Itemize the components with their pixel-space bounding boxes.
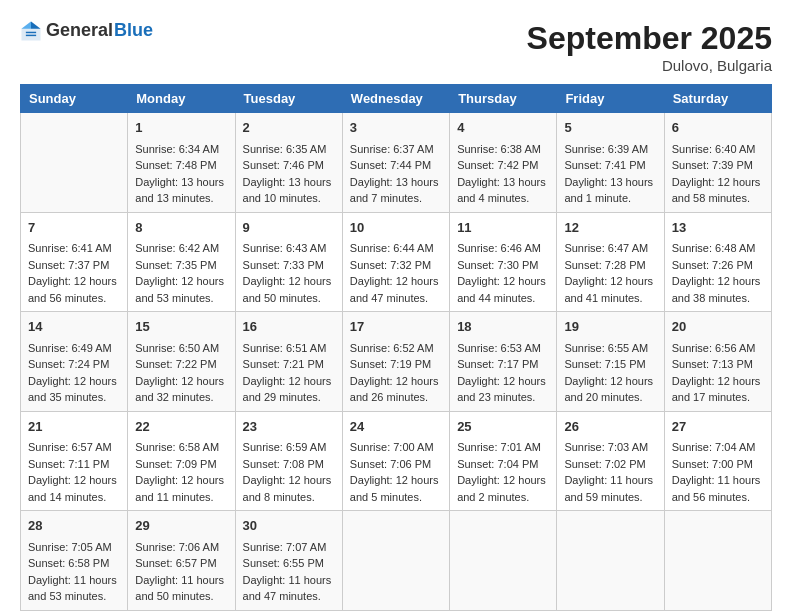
sunset-text: Sunset: 7:32 PM xyxy=(350,257,442,274)
cell-content: 11Sunrise: 6:46 AMSunset: 7:30 PMDayligh… xyxy=(457,218,549,307)
sunset-text: Sunset: 7:22 PM xyxy=(135,356,227,373)
daylight-text: Daylight: 12 hours and 35 minutes. xyxy=(28,373,120,406)
calendar-table: SundayMondayTuesdayWednesdayThursdayFrid… xyxy=(20,84,772,611)
location: Dulovo, Bulgaria xyxy=(527,57,772,74)
day-cell: 29Sunrise: 7:06 AMSunset: 6:57 PMDayligh… xyxy=(128,511,235,611)
daylight-text: Daylight: 12 hours and 56 minutes. xyxy=(28,273,120,306)
sunset-text: Sunset: 7:33 PM xyxy=(243,257,335,274)
day-cell xyxy=(450,511,557,611)
sunrise-text: Sunrise: 6:47 AM xyxy=(564,240,656,257)
svg-marker-1 xyxy=(31,21,41,28)
day-number: 19 xyxy=(564,317,656,337)
cell-content: 25Sunrise: 7:01 AMSunset: 7:04 PMDayligh… xyxy=(457,417,549,506)
daylight-text: Daylight: 12 hours and 44 minutes. xyxy=(457,273,549,306)
cell-content: 9Sunrise: 6:43 AMSunset: 7:33 PMDaylight… xyxy=(243,218,335,307)
svg-marker-2 xyxy=(21,21,31,28)
day-number: 15 xyxy=(135,317,227,337)
header-tuesday: Tuesday xyxy=(235,85,342,113)
day-cell: 16Sunrise: 6:51 AMSunset: 7:21 PMDayligh… xyxy=(235,312,342,412)
week-row-0: 1Sunrise: 6:34 AMSunset: 7:48 PMDaylight… xyxy=(21,113,772,213)
day-number: 17 xyxy=(350,317,442,337)
cell-content: 22Sunrise: 6:58 AMSunset: 7:09 PMDayligh… xyxy=(135,417,227,506)
cell-content: 3Sunrise: 6:37 AMSunset: 7:44 PMDaylight… xyxy=(350,118,442,207)
daylight-text: Daylight: 11 hours and 53 minutes. xyxy=(28,572,120,605)
day-cell: 11Sunrise: 6:46 AMSunset: 7:30 PMDayligh… xyxy=(450,212,557,312)
daylight-text: Daylight: 12 hours and 38 minutes. xyxy=(672,273,764,306)
sunrise-text: Sunrise: 6:56 AM xyxy=(672,340,764,357)
sunrise-text: Sunrise: 6:39 AM xyxy=(564,141,656,158)
day-cell xyxy=(664,511,771,611)
cell-content: 24Sunrise: 7:00 AMSunset: 7:06 PMDayligh… xyxy=(350,417,442,506)
daylight-text: Daylight: 13 hours and 1 minute. xyxy=(564,174,656,207)
sunrise-text: Sunrise: 6:44 AM xyxy=(350,240,442,257)
day-number: 4 xyxy=(457,118,549,138)
cell-content: 30Sunrise: 7:07 AMSunset: 6:55 PMDayligh… xyxy=(243,516,335,605)
sunrise-text: Sunrise: 6:58 AM xyxy=(135,439,227,456)
daylight-text: Daylight: 11 hours and 59 minutes. xyxy=(564,472,656,505)
day-number: 28 xyxy=(28,516,120,536)
sunset-text: Sunset: 7:42 PM xyxy=(457,157,549,174)
cell-content: 1Sunrise: 6:34 AMSunset: 7:48 PMDaylight… xyxy=(135,118,227,207)
sunrise-text: Sunrise: 7:03 AM xyxy=(564,439,656,456)
logo-text: General Blue xyxy=(46,21,153,41)
sunset-text: Sunset: 7:46 PM xyxy=(243,157,335,174)
sunset-text: Sunset: 7:08 PM xyxy=(243,456,335,473)
header-wednesday: Wednesday xyxy=(342,85,449,113)
week-row-3: 21Sunrise: 6:57 AMSunset: 7:11 PMDayligh… xyxy=(21,411,772,511)
cell-content: 14Sunrise: 6:49 AMSunset: 7:24 PMDayligh… xyxy=(28,317,120,406)
sunset-text: Sunset: 7:41 PM xyxy=(564,157,656,174)
daylight-text: Daylight: 12 hours and 50 minutes. xyxy=(243,273,335,306)
day-number: 23 xyxy=(243,417,335,437)
header-sunday: Sunday xyxy=(21,85,128,113)
cell-content: 13Sunrise: 6:48 AMSunset: 7:26 PMDayligh… xyxy=(672,218,764,307)
sunrise-text: Sunrise: 6:46 AM xyxy=(457,240,549,257)
sunrise-text: Sunrise: 6:35 AM xyxy=(243,141,335,158)
sunset-text: Sunset: 7:35 PM xyxy=(135,257,227,274)
day-cell: 3Sunrise: 6:37 AMSunset: 7:44 PMDaylight… xyxy=(342,113,449,213)
day-number: 16 xyxy=(243,317,335,337)
daylight-text: Daylight: 12 hours and 53 minutes. xyxy=(135,273,227,306)
day-cell: 14Sunrise: 6:49 AMSunset: 7:24 PMDayligh… xyxy=(21,312,128,412)
sunset-text: Sunset: 7:13 PM xyxy=(672,356,764,373)
sunrise-text: Sunrise: 7:05 AM xyxy=(28,539,120,556)
cell-content: 10Sunrise: 6:44 AMSunset: 7:32 PMDayligh… xyxy=(350,218,442,307)
day-cell: 24Sunrise: 7:00 AMSunset: 7:06 PMDayligh… xyxy=(342,411,449,511)
day-number: 13 xyxy=(672,218,764,238)
sunrise-text: Sunrise: 6:48 AM xyxy=(672,240,764,257)
sunrise-text: Sunrise: 6:59 AM xyxy=(243,439,335,456)
sunset-text: Sunset: 7:30 PM xyxy=(457,257,549,274)
sunset-text: Sunset: 7:37 PM xyxy=(28,257,120,274)
day-cell: 6Sunrise: 6:40 AMSunset: 7:39 PMDaylight… xyxy=(664,113,771,213)
sunrise-text: Sunrise: 6:55 AM xyxy=(564,340,656,357)
day-cell: 25Sunrise: 7:01 AMSunset: 7:04 PMDayligh… xyxy=(450,411,557,511)
day-cell: 23Sunrise: 6:59 AMSunset: 7:08 PMDayligh… xyxy=(235,411,342,511)
day-cell: 4Sunrise: 6:38 AMSunset: 7:42 PMDaylight… xyxy=(450,113,557,213)
day-number: 3 xyxy=(350,118,442,138)
daylight-text: Daylight: 11 hours and 56 minutes. xyxy=(672,472,764,505)
sunset-text: Sunset: 7:04 PM xyxy=(457,456,549,473)
cell-content: 17Sunrise: 6:52 AMSunset: 7:19 PMDayligh… xyxy=(350,317,442,406)
day-number: 11 xyxy=(457,218,549,238)
logo-general: General xyxy=(46,21,113,41)
daylight-text: Daylight: 12 hours and 32 minutes. xyxy=(135,373,227,406)
day-cell: 28Sunrise: 7:05 AMSunset: 6:58 PMDayligh… xyxy=(21,511,128,611)
cell-content: 15Sunrise: 6:50 AMSunset: 7:22 PMDayligh… xyxy=(135,317,227,406)
logo-icon xyxy=(20,20,42,42)
svg-rect-4 xyxy=(26,35,36,36)
day-number: 10 xyxy=(350,218,442,238)
daylight-text: Daylight: 12 hours and 17 minutes. xyxy=(672,373,764,406)
cell-content: 16Sunrise: 6:51 AMSunset: 7:21 PMDayligh… xyxy=(243,317,335,406)
cell-content: 6Sunrise: 6:40 AMSunset: 7:39 PMDaylight… xyxy=(672,118,764,207)
day-cell: 30Sunrise: 7:07 AMSunset: 6:55 PMDayligh… xyxy=(235,511,342,611)
cell-content: 27Sunrise: 7:04 AMSunset: 7:00 PMDayligh… xyxy=(672,417,764,506)
daylight-text: Daylight: 12 hours and 20 minutes. xyxy=(564,373,656,406)
sunrise-text: Sunrise: 6:42 AM xyxy=(135,240,227,257)
sunrise-text: Sunrise: 6:49 AM xyxy=(28,340,120,357)
daylight-text: Daylight: 12 hours and 23 minutes. xyxy=(457,373,549,406)
day-number: 5 xyxy=(564,118,656,138)
day-number: 8 xyxy=(135,218,227,238)
daylight-text: Daylight: 12 hours and 26 minutes. xyxy=(350,373,442,406)
day-number: 22 xyxy=(135,417,227,437)
day-cell: 2Sunrise: 6:35 AMSunset: 7:46 PMDaylight… xyxy=(235,113,342,213)
day-number: 27 xyxy=(672,417,764,437)
